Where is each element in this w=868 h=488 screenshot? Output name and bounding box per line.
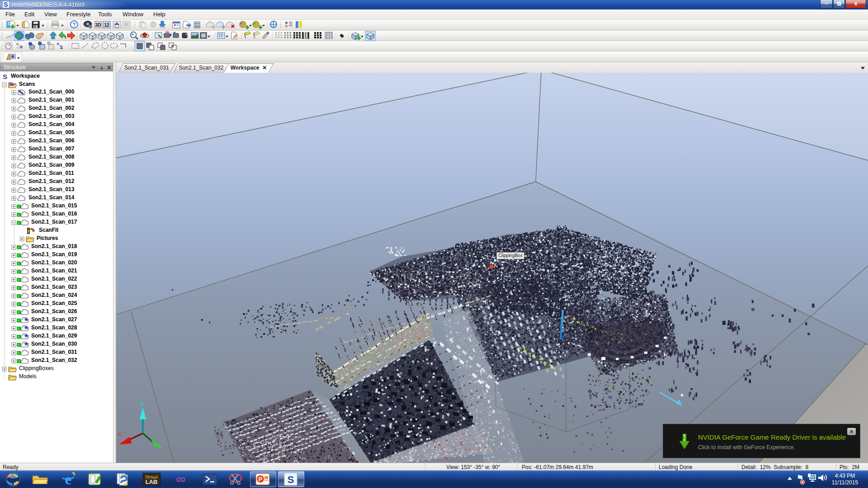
svg-text:?: ? bbox=[72, 22, 75, 28]
svg-text:∞: ∞ bbox=[176, 471, 185, 486]
svg-text:12: 12 bbox=[104, 23, 109, 28]
svg-text:P: P bbox=[259, 476, 263, 483]
svg-text:3D: 3D bbox=[95, 23, 101, 28]
svg-text:LAB: LAB bbox=[146, 479, 158, 485]
svg-text:S: S bbox=[288, 474, 294, 485]
svg-text:S: S bbox=[3, 73, 7, 80]
svg-text:4:43 PM: 4:43 PM bbox=[835, 473, 855, 479]
svg-text:11/11/2015: 11/11/2015 bbox=[832, 479, 859, 486]
